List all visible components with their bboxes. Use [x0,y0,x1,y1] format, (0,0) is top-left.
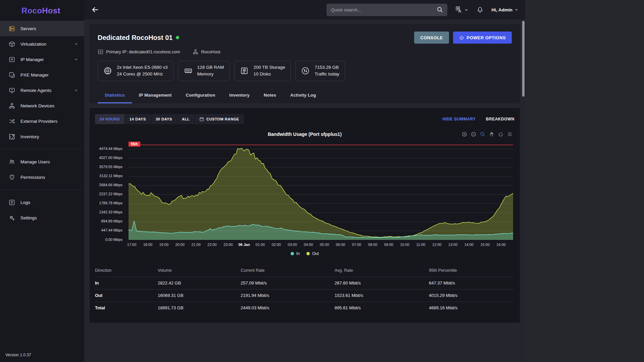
sidebar-item-manage-users[interactable]: Manage Users [0,154,84,169]
y-axis-label: 0.00 Mbps [105,238,122,242]
server-group: RocoHost [193,49,220,55]
x-axis-label: 14:00 [464,243,474,247]
sidebar-item-label: Permissions [20,175,45,180]
sidebar-item-pxe-manager[interactable]: PXE Manager [0,67,84,83]
app-version: Version 1.0.37 [5,353,31,357]
x-axis-label: 04:00 [304,243,313,247]
sidebar-item-label: Logs [20,200,30,205]
search-box [327,4,447,16]
sitemap-icon [193,49,198,55]
y-axis-label: 894.89 Mbps [101,219,122,223]
zoom-in-icon[interactable] [462,132,467,137]
sidebar-item-label: IP Manager [20,57,44,62]
spec-line1: 200 TB Storage [253,64,285,71]
sidebar-item-inventory[interactable]: Inventory [0,129,84,144]
sidebar-item-label: Servers [20,26,36,31]
range-14-days[interactable]: 14 DAYS [125,114,151,124]
table-header-row: Direction Volume Current Rate Avg. Rate … [95,265,514,277]
chevron-down-icon [514,8,518,12]
y-axis-label: 447.44 Mbps [101,228,122,232]
server-tabs: Statistics IP Management Configuration I… [98,88,512,103]
legend-item-out[interactable]: Out [306,251,319,256]
sidebar-item-label: Inventory [20,134,39,139]
range-custom[interactable]: CUSTOM RANGE [195,114,244,124]
svg-text:IP: IP [11,58,13,61]
console-button[interactable]: CONSOLE [414,32,449,44]
sidebar-item-servers[interactable]: Servers [0,21,84,36]
x-axis-label: 19:00 [159,243,169,247]
tab-inventory[interactable]: Inventory [222,88,256,103]
x-axis-label: 18:00 [143,243,153,247]
sidebar-item-network-devices[interactable]: Network Devices [0,98,84,113]
plot-area[interactable]: 95th [129,144,513,240]
x-axis-label: 12:00 [432,243,442,247]
bandwidth-chart[interactable]: 0.00 Mbps447.44 Mbps894.89 Mbps1342.33 M… [95,144,514,256]
statistics-panel: 24 HOURS 14 DAYS 30 DAYS ALL CUSTOM RANG… [90,108,520,323]
col-volume: Volume [158,268,241,273]
sidebar-item-logs[interactable]: Logs [0,195,84,210]
spec-card-ram: 128 GB RAM Memory [178,61,230,81]
legend-label: In [296,251,300,256]
sidebar-item-label: Manage Users [20,159,50,164]
y-axis-label: 1789.78 Mbps [99,201,122,205]
zoom-out-icon[interactable] [471,132,476,137]
sidebar-divider [0,190,84,190]
remote-agents-icon [8,87,15,94]
tab-statistics[interactable]: Statistics [98,88,132,103]
time-range-selector: 24 HOURS 14 DAYS 30 DAYS ALL CUSTOM RANG… [95,114,244,124]
range-all[interactable]: ALL [177,114,195,124]
home-icon[interactable] [498,132,503,137]
range-30-days[interactable]: 30 DAYS [151,114,177,124]
spec-line1: 2x Intel Xeon E5-2680 v3 [117,64,168,71]
permissions-icon [8,174,15,180]
cpu-icon [103,66,112,75]
sidebar-item-ip-manager[interactable]: IP IP Manager [0,52,84,67]
tab-configuration[interactable]: Configuration [179,88,222,103]
y-axis-label: 2684.66 Mbps [99,183,122,187]
sidebar-item-external-providers[interactable]: External Providers [0,113,84,129]
user-menu[interactable]: Hi, Admin [492,7,519,12]
search-input[interactable] [327,4,447,16]
page-scrollbar[interactable] [522,21,525,97]
spec-card-traffic: 7153.28 GB Traffic today [295,61,345,81]
spec-line2: 24 Cores @ 2500 MHz [117,71,168,77]
y-axis-label: 3579.55 Mbps [99,165,122,169]
breakdown-link[interactable]: BREAKDOWN [486,117,514,121]
viewport: Hi, Admin Dedicated RocoHost 01 CONSOLE … [84,0,525,362]
pxe-manager-icon [8,71,15,78]
table-row-in: In 2822.42 GB 257.09 Mbit/s 267.60 Mbit/… [95,277,514,289]
translate-icon [455,6,463,13]
tab-ip-management[interactable]: IP Management [132,88,179,103]
y-axis-label: 1342.33 Mbps [99,210,122,214]
language-selector[interactable] [455,6,468,13]
chevron-down-icon [74,88,78,92]
x-axis-label: 08:00 [368,243,378,247]
sidebar-item-virtualization[interactable]: Virtualization [0,36,84,52]
chart-legend: InOut [95,251,514,256]
legend-item-in[interactable]: In [291,251,300,256]
menu-icon[interactable] [507,132,512,137]
tab-activity-log[interactable]: Activity Log [283,88,323,103]
ip-manager-icon: IP [8,56,15,63]
chevron-down-icon [74,57,78,61]
sidebar-item-remote-agents[interactable]: Remote Agents [0,83,84,98]
sidebar-item-settings[interactable]: Settings [0,210,84,225]
brand-logo[interactable]: RocoHost [0,0,84,21]
logs-icon [8,199,15,206]
sidebar-item-permissions[interactable]: Permissions [0,169,84,185]
back-button[interactable] [90,4,101,15]
x-axis-label: 15:00 [480,243,490,247]
notifications-button[interactable] [477,6,484,13]
legend-dot [306,252,310,255]
pan-icon[interactable] [489,132,494,137]
spec-card-storage: 200 TB Storage 10 Disks [234,61,291,81]
range-24-hours[interactable]: 24 HOURS [95,114,125,124]
y-axis-label: 3132.11 Mbps [99,174,122,178]
selection-zoom-icon[interactable] [480,132,485,137]
external-providers-icon [8,118,15,124]
hide-summary-link[interactable]: HIDE SUMMARY [442,117,476,121]
tab-notes[interactable]: Notes [257,88,283,103]
y-axis-label: 2237.22 Mbps [99,192,122,196]
power-options-button[interactable]: POWER OPTIONS [453,32,512,44]
search-icon[interactable] [437,6,443,13]
